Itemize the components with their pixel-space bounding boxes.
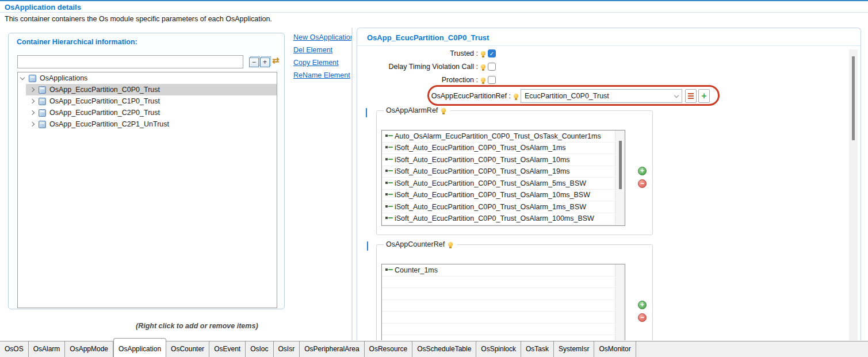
tree-node-osapp-c2p1[interactable]: OsApp_EcucPartition_C2P1_UnTrust [26,118,277,130]
reference-item-icon [385,168,393,174]
container-icon [29,75,36,82]
tab-osioc[interactable]: OsIoc [246,341,273,357]
list-item[interactable]: Counter_1ms [382,264,615,277]
sync-icon[interactable]: ⇄ [272,55,280,66]
choose-reference-button[interactable] [685,89,697,103]
collapse-all-button[interactable]: − [249,57,259,67]
list-item[interactable]: iSoft_Auto_EcucPartition_C0P0_Trust_OsAl… [382,143,615,155]
tab-osapplication[interactable]: OsApplication [113,338,166,357]
list-row-empty [382,312,615,324]
hierarchy-panel-title: Container Hierarchical information: [17,38,137,46]
page-title: OsApplication details [5,3,81,11]
chevron-right-icon[interactable] [30,87,35,92]
reference-item-icon [385,133,393,139]
chevron-down-icon[interactable] [20,75,25,79]
tab-osalarm[interactable]: OsAlarm [29,341,66,357]
list-item[interactable]: iSoft_Auto_EcucPartition_C0P0_Trust_OsAl… [382,178,615,190]
tree-filter-input[interactable] [17,55,243,68]
tree-node-label: OsApp_EcucPartition_C2P0_Trust [49,109,160,117]
trusted-checkbox[interactable] [488,49,496,57]
list-scrollbar[interactable] [615,264,625,340]
reference-item-icon [385,192,393,198]
tab-osperipheralarea[interactable]: OsPeripheralArea [300,341,364,357]
protection-checkbox[interactable] [488,76,496,84]
parameter-bulb-icon [441,108,446,113]
counter-ref-checkbox[interactable] [367,241,368,251]
tab-osevent[interactable]: OsEvent [209,341,246,357]
parameter-bulb-icon [481,51,485,56]
alarm-ref-list: Auto_OsAlarm_EcucPartition_C0P0_Trust_Os… [381,130,625,226]
new-osapplication-link[interactable]: New OsApplication [293,33,351,42]
tree-node-osapp-c1p0[interactable]: OsApp_EcucPartition_C1P0_Trust [26,95,277,107]
tab-osos[interactable]: OsOS [0,341,29,357]
delay-timing-checkbox[interactable] [488,63,496,71]
list-item[interactable]: Auto_OsAlarm_EcucPartition_C0P0_Trust_Os… [382,130,615,143]
tree-node-label: OsApp_EcucPartition_C0P0_Trust [49,86,160,94]
parameter-bulb-icon [448,242,453,247]
chevron-right-icon[interactable] [30,122,35,126]
copy-element-link[interactable]: Copy Element [293,59,351,67]
list-item[interactable]: iSoft_Auto_EcucPartition_C0P0_Trust_OsAl… [382,213,615,225]
scrollbar-thumb[interactable] [852,56,855,140]
counter-ref-list: Counter_1ms [381,264,625,340]
scrollbar-thumb[interactable] [619,141,622,189]
tab-osspinlock[interactable]: OsSpinlock [476,341,521,357]
reference-item-icon [385,267,393,273]
partition-ref-label: OsAppEcucPartitionRef : [357,92,513,100]
list-scrollbar[interactable] [615,130,625,225]
list-item[interactable]: iSoft_Auto_EcucPartition_C0P0_Trust_OsAl… [382,190,615,202]
reference-item-icon [385,181,393,186]
action-links: New OsApplication Del Element Copy Eleme… [293,33,351,102]
tab-osappmode[interactable]: OsAppMode [65,341,113,357]
tab-osresource[interactable]: OsResource [365,341,413,357]
tab-osmonitor[interactable]: OsMonitor [594,341,636,357]
counter-add-button[interactable]: + [638,301,647,309]
alarm-ref-checkbox[interactable] [366,108,367,117]
list-row-empty [382,300,615,312]
del-element-link[interactable]: Del Element [293,46,351,55]
module-tab-bar: OsOS OsAlarm OsAppMode OsApplication OsC… [0,338,868,357]
tree-node-osapp-c2p0[interactable]: OsApp_EcucPartition_C2P0_Trust [26,107,277,118]
list-icon [688,93,694,99]
tab-systemisr[interactable]: SystemIsr [554,341,594,357]
list-item[interactable]: iSoft_Auto_EcucPartition_C0P0_Trust_OsAl… [382,166,615,178]
alarm-remove-button[interactable]: − [638,179,647,188]
tab-osisr[interactable]: OsIsr [274,341,300,357]
list-item[interactable]: iSoft_Auto_EcucPartition_C0P0_Trust_OsAl… [382,201,615,213]
delay-timing-label: Delay Timing Violation Call : [357,63,480,71]
partition-ref-combobox[interactable]: EcucPartition_C0P0_Trust [521,89,682,103]
chevron-right-icon[interactable] [30,110,35,115]
list-item[interactable]: iSoft_Auto_EcucPartition_C0P0_Trust_OsAl… [382,154,615,166]
alarm-add-button[interactable]: + [638,167,647,175]
tree-node-label: OsApplications [40,74,87,82]
chevron-right-icon[interactable] [30,99,35,103]
protection-row: Protection : [357,75,496,85]
hierarchy-tree: OsApplications OsApp_EcucPartition_C0P0_… [17,72,277,308]
container-icon [39,98,46,105]
delay-timing-row: Delay Timing Violation Call : [357,62,496,71]
panel-scrollbar[interactable] [849,49,858,340]
list-row-empty [382,324,615,336]
tab-ostask[interactable]: OsTask [521,341,554,357]
container-icon [39,86,46,94]
counter-remove-button[interactable]: − [638,313,647,322]
counter-ref-legend: OsAppCounterRef [384,240,457,248]
tree-node-osapp-c0p0[interactable]: OsApp_EcucPartition_C0P0_Trust [26,84,277,95]
expand-all-button[interactable]: + [260,57,270,67]
alarm-ref-legend: OsAppAlarmRef [384,106,450,114]
tree-node-label: OsApp_EcucPartition_C1P0_Trust [49,97,160,105]
reference-item-icon [385,204,393,210]
add-reference-button[interactable]: + [698,89,710,103]
tab-oscounter[interactable]: OsCounter [166,341,209,357]
rename-element-link[interactable]: ReName Element [293,71,351,80]
tree-node-osapplications[interactable]: OsApplications [18,72,277,84]
trusted-row: Trusted : [357,49,496,58]
top-accent-line [0,0,868,1]
container-icon [39,109,46,117]
tab-osscheduletable[interactable]: OsScheduleTable [412,341,476,357]
osapplication-details-panel: OsApp_EcucPartition_C0P0_Trust Trusted :… [357,28,861,340]
selected-container-title: OsApp_EcucPartition_C0P0_Trust [367,33,489,42]
list-row-empty [382,277,615,289]
panel-splitter[interactable] [351,28,353,340]
chevron-down-icon [674,93,679,97]
